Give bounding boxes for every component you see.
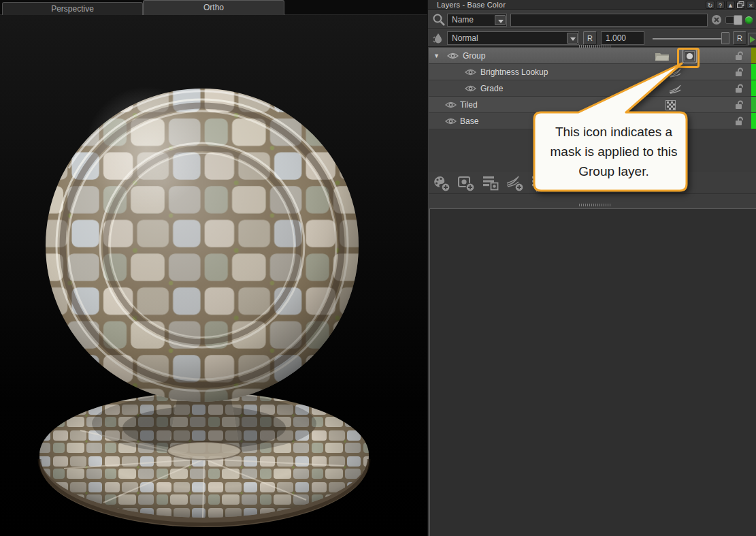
layer-search-input[interactable] — [510, 14, 708, 27]
blend-amount-icon — [433, 32, 444, 46]
visibility-eye-icon[interactable] — [465, 68, 476, 76]
panel-title: Layers - Base Color — [437, 1, 506, 9]
callout-line: Group layer. — [538, 161, 690, 181]
expand-triangle-icon[interactable]: ▼ — [433, 52, 440, 59]
viewport-3d[interactable]: Perspective Ortho — [0, 0, 427, 536]
shader-ball-scene[interactable] — [0, 15, 427, 536]
detach-icon[interactable]: ↻ — [706, 1, 714, 9]
toggle-knob[interactable] — [734, 15, 742, 25]
layer-name: Grade — [480, 84, 503, 93]
blend-mode-value: Normal — [452, 33, 478, 43]
callout-line: This icon indicates a — [538, 122, 690, 142]
add-layer-icon[interactable] — [457, 175, 476, 192]
apply-button[interactable] — [748, 33, 756, 46]
clear-search-icon[interactable] — [711, 14, 722, 25]
callout-text: This icon indicates a mask is applied to… — [538, 122, 690, 181]
panel-window-buttons: ↻ ? ▲ × — [706, 1, 755, 9]
unlock-icon[interactable] — [734, 67, 744, 77]
collapse-icon[interactable]: ▲ — [726, 1, 735, 9]
search-icon — [432, 13, 446, 27]
layer-search-row: Name — [428, 11, 756, 29]
unlock-icon[interactable] — [734, 51, 744, 61]
visibility-eye-icon[interactable] — [465, 84, 476, 93]
tab-ortho[interactable]: Ortho — [143, 0, 284, 15]
unlock-icon[interactable] — [734, 84, 744, 93]
status-ready-dot — [745, 16, 753, 24]
tab-perspective[interactable]: Perspective — [2, 2, 143, 15]
cache-status-strip — [751, 80, 756, 96]
blend-amount-slider-handle[interactable] — [721, 32, 729, 44]
unlock-icon[interactable] — [734, 100, 744, 110]
layer-name: Base — [460, 116, 478, 126]
visibility-eye-icon[interactable] — [447, 52, 459, 60]
play-icon — [750, 36, 755, 43]
viewport-tabbar: Perspective Ortho — [0, 0, 427, 15]
cache-status-strip — [751, 48, 756, 63]
blend-mode-dropdown-button[interactable] — [567, 33, 578, 44]
search-field-dropdown-button[interactable] — [495, 15, 506, 25]
application-window: Perspective Ortho — [0, 0, 756, 536]
add-group-layer-icon[interactable] — [481, 175, 501, 192]
empty-lower-pane — [429, 208, 756, 536]
shader-ball-sphere — [46, 86, 359, 402]
callout-line: mask is applied to this — [538, 142, 690, 161]
blend-mode-select[interactable]: Normal — [447, 31, 579, 45]
unlock-icon[interactable] — [734, 116, 744, 126]
chevron-down-icon — [498, 20, 504, 23]
search-field-value: Name — [452, 15, 474, 25]
cache-status-strip — [751, 113, 756, 129]
add-adjustment-layer-icon[interactable] — [506, 175, 525, 192]
help-icon[interactable]: ? — [716, 1, 725, 9]
layer-name: Group — [463, 51, 485, 61]
chevron-down-icon — [570, 37, 576, 41]
visibility-eye-icon[interactable] — [445, 101, 457, 109]
reset-slider-button[interactable]: R — [733, 31, 746, 45]
layer-name: Tiled — [460, 100, 478, 110]
splitter-grip-bottom[interactable] — [579, 204, 610, 206]
panel-titlebar[interactable]: Layers - Base Color ↻ ? ▲ × — [428, 0, 756, 10]
visibility-eye-icon[interactable] — [445, 117, 457, 125]
blend-amount-slider-track[interactable] — [653, 38, 729, 40]
search-field-select[interactable]: Name — [447, 14, 507, 27]
reset-blend-button[interactable]: R — [583, 31, 597, 45]
blend-amount-field[interactable]: 1.000 — [601, 31, 644, 45]
cache-status-strip — [751, 97, 756, 112]
restore-icon[interactable] — [736, 1, 745, 9]
cache-status-strip — [751, 64, 756, 80]
close-icon[interactable]: × — [746, 1, 755, 9]
add-paint-layer-icon[interactable] — [432, 175, 452, 192]
filter-toggle[interactable] — [725, 16, 742, 24]
